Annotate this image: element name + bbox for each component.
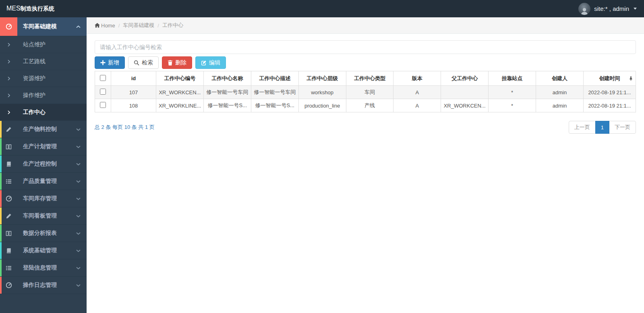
user-avatar	[578, 3, 590, 15]
row-select-cell	[95, 99, 111, 112]
column-header-name[interactable]: 工作中心名称	[203, 71, 251, 86]
sidebar-item-operation-maintenance[interactable]: 操作维护	[0, 87, 87, 104]
cell-creator: admin	[536, 86, 584, 99]
sidebar-item-label: 资源维护	[17, 75, 46, 82]
cell-station: *	[489, 86, 536, 99]
column-header-station[interactable]: 挂靠站点	[489, 71, 536, 86]
column-header-code[interactable]: 工作中心编号	[156, 71, 204, 86]
search-button[interactable]: 检索	[128, 56, 159, 69]
cell-type: 产线	[346, 99, 393, 112]
table-row[interactable]: 108 XR_WORKLINE... 修一智能一号S... 修一智能一号S...…	[95, 99, 636, 112]
column-header-version[interactable]: 版本	[393, 71, 441, 86]
column-header-id[interactable]: id	[111, 71, 156, 86]
sidebar-item-process-route[interactable]: 工艺路线	[0, 53, 87, 70]
chevron-down-icon	[76, 249, 81, 252]
main-content: Home / 车间基础建模 / 工作中心 新增 检索 删除	[87, 17, 644, 313]
next-page-button[interactable]: 下一页	[609, 121, 636, 134]
work-center-table: id 工作中心编号 工作中心名称 工作中心描述 工作中心层级 工作中心类型 版本…	[95, 71, 636, 112]
column-header-level[interactable]: 工作中心层级	[298, 71, 346, 86]
sidebar-item-label: 操作维护	[17, 92, 46, 99]
sidebar-group-quality-management[interactable]: 产品质量管理	[0, 173, 87, 190]
sidebar-group-label: 生产计划管理	[17, 143, 76, 150]
edit-icon	[201, 60, 207, 66]
delete-button[interactable]: 删除	[162, 56, 192, 69]
chevron-down-icon	[76, 284, 81, 287]
app-logo: MES 制造执行系统	[6, 5, 54, 12]
cell-creator: admin	[536, 99, 584, 112]
sidebar-group-inventory-management[interactable]: 车间库存管理	[0, 190, 87, 207]
edit-button[interactable]: 编辑	[195, 56, 226, 69]
sidebar-group-label: 登陆信息管理	[17, 264, 76, 272]
pager: 上一页 1 下一页	[569, 121, 636, 134]
person-icon	[580, 7, 589, 15]
pagination: 总 2 条 每页 10 条 共 1 页 上一页 1 下一页	[95, 121, 636, 134]
search-button-label: 检索	[142, 59, 153, 66]
user-menu[interactable]: site:* , admin	[578, 3, 637, 15]
sidebar-group-operation-log-management[interactable]: 操作日志管理	[0, 277, 87, 294]
dashboard-icon	[0, 195, 17, 202]
sidebar-item-label: 工艺路线	[17, 58, 46, 65]
cell-code: XR_WORKLINE...	[156, 99, 204, 112]
sidebar-group-label: 系统基础管理	[17, 247, 76, 254]
chevron-up-icon	[76, 25, 81, 28]
chevron-right-icon	[0, 77, 17, 81]
breadcrumb-home[interactable]: Home	[95, 23, 115, 29]
sidebar-group-process-control[interactable]: 生产过程控制	[0, 155, 87, 173]
add-button-label: 新增	[108, 59, 119, 66]
book-icon	[0, 248, 17, 254]
row-checkbox[interactable]	[100, 89, 106, 95]
list-icon	[0, 265, 17, 271]
sidebar-group-system-management[interactable]: 系统基础管理	[0, 242, 87, 259]
chevron-down-icon	[76, 215, 81, 218]
table-row[interactable]: 107 XR_WORKCEN... 修一智能一号车间 修一智能一号车间 work…	[95, 86, 636, 99]
sidebar-item-station-maintenance[interactable]: 站点维护	[0, 36, 87, 53]
delete-button-label: 删除	[175, 59, 186, 66]
sidebar-group-plan-management[interactable]: 生产计划管理	[0, 138, 87, 155]
sidebar-group-label: 数据分析报表	[17, 230, 76, 237]
sidebar-group-material-control[interactable]: 生产物料控制	[0, 121, 87, 138]
select-all-cell	[95, 71, 111, 86]
current-page-button[interactable]: 1	[595, 121, 609, 134]
pencil-icon	[0, 213, 17, 219]
add-button[interactable]: 新增	[95, 56, 125, 69]
row-checkbox[interactable]	[100, 102, 106, 108]
breadcrumb-item-work-center: 工作中心	[162, 22, 183, 29]
app-logo-strong: MES	[6, 5, 21, 12]
column-header-parent[interactable]: 父工作中心	[441, 71, 489, 86]
column-header-description[interactable]: 工作中心描述	[251, 71, 298, 86]
column-header-create-time[interactable]: 创建时间	[584, 71, 636, 86]
column-header-creator[interactable]: 创建人	[536, 71, 584, 86]
table-header-row: id 工作中心编号 工作中心名称 工作中心描述 工作中心层级 工作中心类型 版本…	[95, 71, 636, 86]
select-all-checkbox[interactable]	[100, 75, 106, 81]
chevron-down-icon	[76, 232, 81, 235]
breadcrumb-item-workshop-modeling[interactable]: 车间基础建模	[123, 22, 154, 29]
app-logo-rest: 制造执行系统	[21, 5, 54, 12]
chevron-right-icon	[0, 93, 17, 97]
dashboard-icon	[0, 17, 17, 36]
search-icon	[134, 60, 139, 66]
cell-name: 修一智能一号车间	[203, 86, 251, 99]
column-header-type[interactable]: 工作中心类型	[346, 71, 393, 86]
sidebar-group-login-info-management[interactable]: 登陆信息管理	[0, 259, 87, 277]
plus-icon	[100, 60, 106, 65]
breadcrumb: Home / 车间基础建模 / 工作中心	[87, 17, 644, 34]
chevron-down-icon	[76, 163, 81, 166]
cell-level: production_line	[298, 99, 346, 112]
sidebar-submenu: 站点维护 工艺路线 资源维护 操作维护 工作中心	[0, 36, 87, 121]
toolbar: 新增 检索 删除 编辑	[95, 56, 636, 69]
work-center-search-input[interactable]	[95, 40, 636, 54]
sidebar-item-work-center[interactable]: 工作中心	[0, 104, 87, 121]
pin-icon[interactable]	[629, 76, 633, 81]
sidebar-group-label: 生产过程控制	[17, 160, 76, 168]
sidebar-item-resource-maintenance[interactable]: 资源维护	[0, 70, 87, 87]
book-icon	[0, 161, 17, 167]
prev-page-button[interactable]: 上一页	[569, 121, 596, 134]
sidebar-group-label: 车间基础建模	[17, 23, 76, 30]
sidebar-group-workshop-modeling[interactable]: 车间基础建模	[0, 17, 87, 36]
sidebar-group-data-analysis-report[interactable]: 数据分析报表	[0, 225, 87, 242]
dashboard-icon	[0, 282, 17, 288]
chevron-right-icon	[0, 110, 17, 114]
sidebar-group-kanban-management[interactable]: 车间看板管理	[0, 207, 87, 225]
home-icon	[95, 23, 100, 28]
list-icon	[0, 178, 17, 184]
